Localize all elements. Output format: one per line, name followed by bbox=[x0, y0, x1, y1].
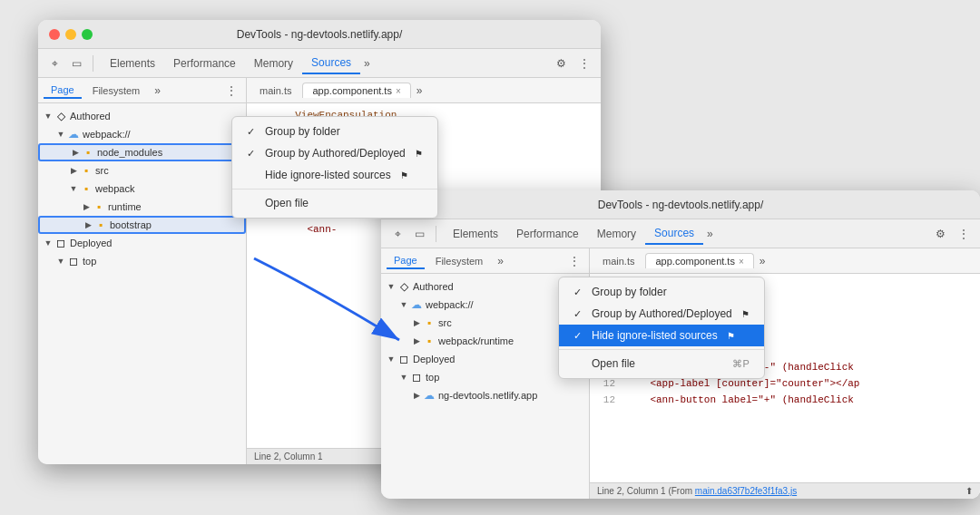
close-button-1[interactable] bbox=[49, 29, 60, 40]
flag-icon-2: ⚑ bbox=[400, 170, 408, 180]
file-panel-1: Page Filesystem » ⋮ ▼ ◇ Authored ▼ ☁ web… bbox=[38, 78, 247, 464]
more-icon-1[interactable]: ⋮ bbox=[575, 54, 593, 73]
tab-close-icon-2[interactable]: × bbox=[739, 257, 744, 267]
minimize-button-1[interactable] bbox=[65, 29, 76, 40]
menu-label-3: Hide ignore-listed sources bbox=[265, 169, 391, 181]
file-tab-page-1[interactable]: Page bbox=[44, 83, 82, 99]
tab-performance-2[interactable]: Performance bbox=[507, 224, 588, 244]
menu-label-5: Group by folder bbox=[592, 286, 667, 298]
tab-performance-1[interactable]: Performance bbox=[164, 53, 245, 73]
toolbar-sep-2 bbox=[436, 226, 436, 242]
menu-item-group-authored-1[interactable]: ✓ Group by Authored/Deployed ⚑ bbox=[232, 142, 437, 164]
more-tabs-icon-1[interactable]: » bbox=[360, 55, 374, 72]
tab-elements-1[interactable]: Elements bbox=[101, 53, 164, 73]
device-icon-1[interactable]: ▭ bbox=[67, 54, 85, 73]
main-toolbar-2: ⌖ ▭ Elements Performance Memory Sources … bbox=[381, 219, 980, 248]
file-more-tabs-1[interactable]: » bbox=[151, 83, 164, 99]
src-label-2: src bbox=[438, 317, 452, 328]
src-arrow-2: ▶ bbox=[410, 316, 423, 329]
settings-icon-1[interactable]: ⚙ bbox=[552, 54, 570, 73]
status-text-2: Line 2, Column 1 (From bbox=[597, 486, 692, 496]
top-label-1: top bbox=[83, 256, 96, 267]
status-bar-2: Line 2, Column 1 (From main.da63f7b2fe3f… bbox=[590, 482, 980, 499]
tab-memory-1[interactable]: Memory bbox=[245, 53, 302, 73]
top-arrow-2: ▼ bbox=[397, 371, 410, 384]
tree-bootstrap-1[interactable]: ▶ ▪ bootstrap bbox=[38, 216, 246, 234]
menu-item-hide-2[interactable]: ✓ Hide ignore-listed sources ⚑ bbox=[559, 325, 764, 346]
check-icon-2: ✓ bbox=[247, 148, 260, 160]
maximize-button-1[interactable] bbox=[82, 29, 93, 40]
menu-sep-1 bbox=[232, 189, 437, 189]
more-icon-2[interactable]: ⋮ bbox=[955, 225, 973, 243]
runtime-arrow-1: ▶ bbox=[80, 200, 93, 213]
file-tab-filesystem-2[interactable]: Filesystem bbox=[428, 254, 491, 268]
tree-top-1[interactable]: ▼ ◻ top bbox=[38, 252, 246, 270]
src-arrow-1: ▶ bbox=[67, 164, 80, 177]
file-menu-icon-1[interactable]: ⋮ bbox=[222, 82, 240, 100]
editor-more-tabs-1[interactable]: » bbox=[413, 83, 426, 99]
tab-memory-2[interactable]: Memory bbox=[588, 224, 645, 244]
inspect-icon-2[interactable]: ⌖ bbox=[388, 225, 407, 243]
file-menu-icon-2[interactable]: ⋮ bbox=[565, 252, 583, 270]
menu-item-open-1[interactable]: Open file bbox=[232, 192, 437, 214]
tree-deployed-1[interactable]: ▼ ◻ Deployed bbox=[38, 234, 246, 252]
node-modules-label-1: node_modules bbox=[97, 147, 162, 158]
deployed-label-1: Deployed bbox=[70, 238, 112, 248]
authored-icon-1: ◇ bbox=[54, 110, 67, 122]
tab-sources-2[interactable]: Sources bbox=[645, 223, 703, 245]
menu-label-8: Open file bbox=[592, 357, 635, 370]
window-controls-1 bbox=[49, 29, 93, 40]
webpack-runtime-arrow-2: ▶ bbox=[410, 335, 423, 347]
file-tabs-bar-1: Page Filesystem » ⋮ bbox=[38, 78, 246, 103]
bootstrap-label-1: bootstrap bbox=[110, 219, 152, 230]
main-toolbar-1: ⌖ ▭ Elements Performance Memory Sources … bbox=[38, 49, 601, 78]
webpack-runtime-label-2: webpack/runtime bbox=[438, 335, 514, 346]
context-menu-1: ✓ Group by folder ✓ Group by Authored/De… bbox=[231, 116, 438, 219]
more-tabs-icon-2[interactable]: » bbox=[703, 226, 717, 242]
file-more-tabs-2[interactable]: » bbox=[494, 253, 507, 269]
file-tab-page-2[interactable]: Page bbox=[387, 253, 425, 269]
authored-arrow-2: ▼ bbox=[385, 280, 397, 293]
editor-tab-main-1[interactable]: main.ts bbox=[250, 83, 300, 98]
flag-icon-1: ⚑ bbox=[415, 149, 423, 159]
context-menu-2: ✓ Group by folder ✓ Group by Authored/De… bbox=[558, 277, 765, 379]
src-folder-icon-1: ▪ bbox=[80, 164, 93, 177]
toolbar-settings-2: ⚙ ⋮ bbox=[931, 225, 973, 243]
editor-tab-app-1[interactable]: app.component.ts × bbox=[302, 83, 410, 98]
toolbar-settings-1: ⚙ ⋮ bbox=[552, 54, 593, 73]
tab-close-icon-1[interactable]: × bbox=[396, 86, 401, 96]
menu-item-group-folder-1[interactable]: ✓ Group by folder bbox=[232, 121, 437, 142]
webpack2-arrow-1: ▼ bbox=[67, 182, 80, 195]
tree-runtime-1[interactable]: ▶ ▪ runtime bbox=[38, 198, 246, 216]
inspect-icon-1[interactable]: ⌖ bbox=[45, 54, 64, 73]
tree-ng-devtools-2[interactable]: ▶ ☁ ng-devtools.netlify.app bbox=[381, 386, 589, 404]
device-icon-2[interactable]: ▭ bbox=[410, 225, 428, 243]
tree-authored-1[interactable]: ▼ ◇ Authored bbox=[38, 107, 246, 125]
file-tab-filesystem-1[interactable]: Filesystem bbox=[85, 83, 148, 98]
menu-item-hide-1[interactable]: Hide ignore-listed sources ⚑ bbox=[232, 164, 437, 186]
check-icon-1: ✓ bbox=[247, 126, 260, 138]
menu-item-group-folder-2[interactable]: ✓ Group by folder bbox=[559, 281, 764, 303]
deployed-arrow-2: ▼ bbox=[385, 353, 397, 365]
top-arrow-1: ▼ bbox=[54, 255, 67, 267]
editor-tab-app-2[interactable]: app.component.ts × bbox=[645, 253, 753, 268]
file-tabs-bar-2: Page Filesystem » ⋮ bbox=[381, 248, 589, 274]
tree-src-1[interactable]: ▶ ▪ src bbox=[38, 161, 246, 180]
menu-item-open-2[interactable]: Open file ⌘P bbox=[559, 353, 764, 374]
status-link-2[interactable]: main.da63f7b2fe3f1fa3.js bbox=[695, 486, 797, 496]
tree-node-modules-1[interactable]: ▶ ▪ node_modules bbox=[38, 143, 246, 161]
deployed-arrow-1: ▼ bbox=[42, 237, 54, 249]
check-icon-6: ✓ bbox=[573, 308, 586, 320]
tab-sources-1[interactable]: Sources bbox=[302, 53, 360, 74]
menu-label-4: Open file bbox=[265, 197, 309, 209]
node-modules-arrow-1: ▶ bbox=[69, 146, 82, 159]
settings-icon-2[interactable]: ⚙ bbox=[931, 225, 949, 243]
menu-sep-2 bbox=[559, 349, 764, 350]
tree-webpack2-1[interactable]: ▼ ▪ webpack bbox=[38, 180, 246, 198]
tree-webpack-1[interactable]: ▼ ☁ webpack:// bbox=[38, 125, 246, 143]
code-line-16: 12 <ann-button label="+" (handleClick bbox=[590, 392, 980, 408]
editor-tab-main-2[interactable]: main.ts bbox=[593, 254, 643, 268]
editor-more-tabs-2[interactable]: » bbox=[756, 253, 769, 269]
menu-item-group-authored-2[interactable]: ✓ Group by Authored/Deployed ⚑ bbox=[559, 303, 764, 325]
tab-elements-2[interactable]: Elements bbox=[444, 224, 507, 244]
